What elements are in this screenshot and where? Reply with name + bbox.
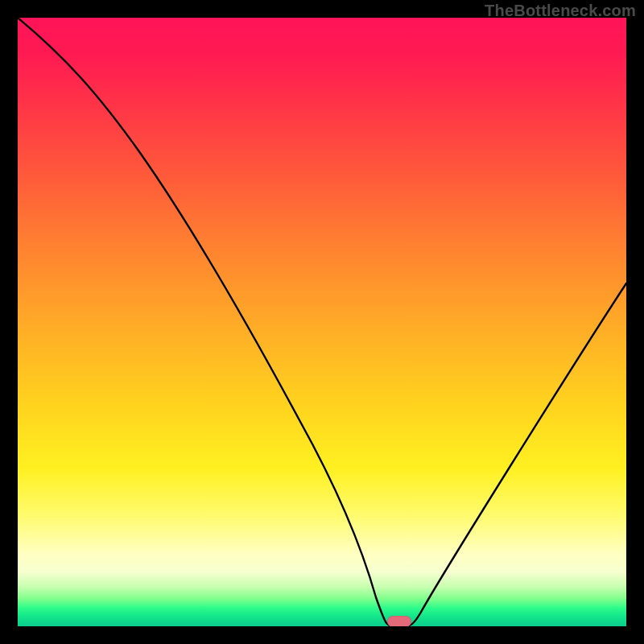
watermark-text: TheBottleneck.com <box>485 2 636 20</box>
optimal-marker <box>387 616 411 626</box>
plot-area <box>18 18 626 626</box>
bottleneck-curve <box>18 18 626 626</box>
chart-frame: TheBottleneck.com <box>0 0 644 644</box>
curve-path <box>18 18 626 625</box>
